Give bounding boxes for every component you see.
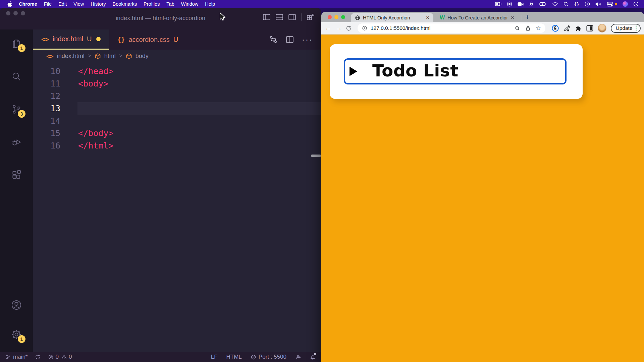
breadcrumb-file[interactable]: index.html bbox=[57, 53, 85, 60]
mouse-cursor bbox=[219, 12, 227, 21]
color-picker-extension-icon[interactable] bbox=[564, 25, 571, 32]
toggle-panel-icon[interactable] bbox=[276, 14, 283, 20]
close-tab-icon[interactable]: × bbox=[511, 14, 514, 21]
eol-indicator[interactable]: LF bbox=[211, 354, 218, 360]
accordion-summary[interactable]: Todo List bbox=[344, 58, 567, 84]
explorer-icon[interactable]: 1 bbox=[10, 38, 22, 50]
code-text[interactable]: </html> bbox=[77, 139, 321, 152]
git-branch-status[interactable]: main* bbox=[5, 354, 28, 360]
breadcrumb-body[interactable]: body bbox=[136, 53, 149, 60]
close-tab-icon[interactable]: × bbox=[426, 14, 429, 21]
tab-title: How To Create an Accordion bbox=[447, 15, 508, 20]
spotlight-search-icon[interactable] bbox=[564, 2, 569, 7]
git-branch-icon bbox=[5, 354, 11, 360]
menu-edit[interactable]: Edit bbox=[55, 0, 70, 8]
forward-button[interactable]: → bbox=[335, 24, 343, 32]
code-line[interactable]: 12 bbox=[33, 90, 321, 102]
extensions-puzzle-icon[interactable] bbox=[575, 25, 582, 32]
code-text[interactable] bbox=[77, 102, 321, 115]
minimize-window-button[interactable] bbox=[334, 15, 338, 19]
menu-history[interactable]: History bbox=[87, 0, 109, 8]
menu-chrome[interactable]: Chrome bbox=[15, 0, 41, 8]
account-icon[interactable] bbox=[10, 299, 22, 311]
menu-file[interactable]: File bbox=[41, 0, 55, 8]
zoom-window-button[interactable] bbox=[341, 15, 345, 19]
siri-icon[interactable] bbox=[623, 1, 628, 7]
problems-status[interactable]: 0 0 bbox=[48, 354, 72, 360]
apple-menu[interactable] bbox=[4, 1, 15, 7]
sash-drag-handle[interactable] bbox=[311, 155, 321, 157]
clock-icon[interactable] bbox=[633, 1, 639, 7]
bookmark-star-icon[interactable]: ☆ bbox=[536, 24, 541, 32]
menu-window[interactable]: Window bbox=[178, 0, 202, 8]
code-line[interactable]: 15</body> bbox=[33, 127, 321, 139]
code-line[interactable]: 14 bbox=[33, 115, 321, 127]
language-mode[interactable]: HTML bbox=[226, 354, 242, 360]
side-panel-icon[interactable] bbox=[586, 25, 593, 32]
menu-profiles[interactable]: Profiles bbox=[140, 0, 163, 8]
extensions-icon[interactable] bbox=[10, 169, 22, 181]
breadcrumb-html[interactable]: html bbox=[104, 53, 116, 60]
search-icon[interactable] bbox=[10, 70, 22, 82]
video-camera-icon[interactable] bbox=[518, 2, 524, 6]
share-icon[interactable] bbox=[525, 25, 531, 31]
more-actions-icon[interactable]: ··· bbox=[302, 36, 313, 44]
sync-button[interactable] bbox=[35, 354, 41, 360]
menu-view[interactable]: View bbox=[70, 0, 87, 8]
browser-tab-inactive[interactable]: W How To Create an Accordion × bbox=[436, 13, 518, 22]
back-button[interactable]: ← bbox=[324, 24, 332, 32]
update-button[interactable]: Update bbox=[611, 24, 641, 33]
vscode-titlebar[interactable]: index.html — html-only-accordion bbox=[0, 8, 321, 29]
battery-charging-icon[interactable] bbox=[539, 2, 547, 6]
browser-tab-active[interactable]: HTML Only Accordion × bbox=[351, 13, 433, 22]
toggle-secondary-sidebar-icon[interactable] bbox=[288, 14, 296, 20]
code-text[interactable] bbox=[77, 115, 321, 127]
customize-layout-icon[interactable] bbox=[307, 14, 314, 20]
code-text[interactable]: </head> bbox=[77, 65, 321, 77]
url-text[interactable]: 127.0.0.1:5500/index.html bbox=[371, 25, 511, 31]
tab-accordion-css[interactable]: {} accordion.css U bbox=[109, 29, 187, 50]
code-braces-icon[interactable]: {} bbox=[574, 2, 579, 7]
control-center-icon[interactable] bbox=[607, 2, 617, 7]
toggle-sidebar-icon[interactable] bbox=[263, 14, 270, 20]
open-changes-icon[interactable] bbox=[269, 35, 278, 44]
titlebar-separator bbox=[301, 13, 302, 21]
code-text[interactable]: </body> bbox=[77, 127, 321, 139]
line-number: 12 bbox=[33, 90, 60, 102]
wifi-icon[interactable] bbox=[552, 2, 558, 6]
privacy-extension-icon[interactable] bbox=[551, 24, 559, 32]
notifications-bell-icon[interactable] bbox=[310, 354, 316, 360]
code-line[interactable]: 11<body> bbox=[33, 77, 321, 90]
source-control-icon[interactable]: 3 bbox=[10, 103, 22, 115]
tab-index-html[interactable]: <> index.html U bbox=[33, 29, 109, 50]
code-editor[interactable]: 10</head> 11<body> 12 13 14 15</body> 16… bbox=[33, 62, 321, 352]
new-tab-button[interactable]: + bbox=[525, 13, 529, 21]
code-line[interactable]: 10</head> bbox=[33, 65, 321, 77]
address-bar[interactable]: 127.0.0.1:5500/index.html ☆ bbox=[358, 23, 545, 33]
menu-tab[interactable]: Tab bbox=[163, 0, 177, 8]
live-share-icon[interactable] bbox=[295, 354, 301, 360]
screen-recorder-icon[interactable] bbox=[495, 2, 501, 6]
settings-gear-icon[interactable]: 1 bbox=[10, 328, 22, 341]
reload-button[interactable] bbox=[345, 25, 354, 32]
run-debug-icon[interactable] bbox=[10, 136, 22, 148]
close-window-button[interactable] bbox=[328, 15, 332, 19]
menu-bookmarks[interactable]: Bookmarks bbox=[109, 0, 140, 8]
play-circle-icon[interactable] bbox=[585, 1, 590, 7]
live-server-port[interactable]: Port : 5500 bbox=[251, 354, 286, 360]
circle-slash-icon bbox=[251, 354, 256, 360]
code-line[interactable]: 16</html> bbox=[33, 139, 321, 152]
record-icon[interactable] bbox=[507, 1, 512, 7]
split-editor-icon[interactable] bbox=[286, 36, 294, 43]
rocket-icon[interactable] bbox=[529, 1, 534, 7]
menu-help[interactable]: Help bbox=[202, 0, 218, 8]
code-text[interactable]: <body> bbox=[77, 77, 321, 90]
site-info-icon[interactable] bbox=[362, 25, 367, 31]
chrome-toolbar: ← → 127.0.0.1:5500/index.html ☆ Update bbox=[321, 22, 644, 35]
code-text[interactable] bbox=[77, 90, 321, 102]
volume-icon[interactable] bbox=[595, 2, 601, 7]
profile-avatar[interactable] bbox=[598, 24, 606, 33]
unsaved-dot-icon[interactable] bbox=[96, 37, 101, 41]
code-line-active[interactable]: 13 bbox=[33, 102, 321, 115]
zoom-icon[interactable] bbox=[515, 25, 520, 31]
